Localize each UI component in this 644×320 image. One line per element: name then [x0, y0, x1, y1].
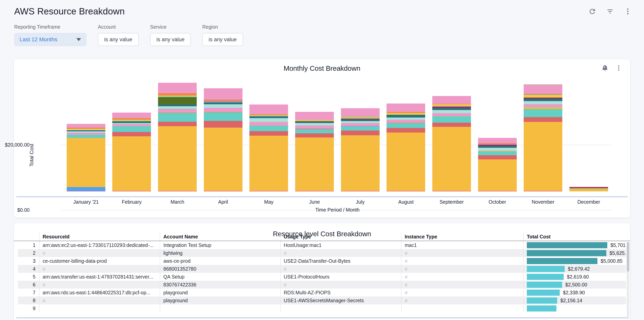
cell-total-cost[interactable]	[523, 304, 626, 312]
column-header-total-cost[interactable]: Total Cost	[523, 233, 626, 241]
bar-segment[interactable]	[204, 121, 242, 128]
bar-segment[interactable]	[295, 123, 334, 126]
cell-usage-type[interactable]: ø	[280, 265, 401, 273]
bar-segment[interactable]	[250, 191, 288, 191]
cell-usage-type[interactable]: USE1-ProtocolHours	[280, 273, 401, 281]
column-header-instance-type[interactable]: Instance Type	[401, 233, 523, 241]
cell-resource-id[interactable]: ø	[39, 249, 160, 257]
cell-row-number[interactable]: 8	[18, 296, 39, 304]
cell-row-number[interactable]: 7	[18, 288, 39, 296]
cell-total-cost[interactable]: $5,625.22	[523, 249, 626, 257]
bar-segment[interactable]	[112, 191, 151, 191]
refresh-icon[interactable]	[588, 7, 597, 16]
bar-segment[interactable]	[204, 112, 242, 121]
cell-instance-type[interactable]: ø	[401, 265, 523, 273]
bar-april[interactable]	[204, 88, 242, 191]
total-cost-bar[interactable]	[527, 242, 607, 248]
bar-segment[interactable]	[250, 122, 288, 126]
cell-resource-id[interactable]: ce-customer-billing-data-prod	[39, 257, 160, 265]
bar-segment[interactable]	[432, 127, 471, 191]
bar-segment[interactable]	[295, 191, 334, 191]
cell-resource-id[interactable]: ø	[39, 281, 160, 288]
bar-segment[interactable]	[158, 126, 197, 191]
cell-account-name[interactable]: playground	[160, 288, 280, 296]
bar-segment[interactable]	[432, 104, 471, 106]
total-cost-bar[interactable]	[527, 250, 606, 256]
table-vertical-scrollbar[interactable]	[627, 242, 630, 319]
bar-june[interactable]	[295, 112, 334, 191]
bar-segment[interactable]	[341, 126, 380, 131]
bar-segment[interactable]	[524, 101, 562, 104]
bar-segment[interactable]	[386, 191, 425, 191]
cell-row-number[interactable]: 3	[18, 257, 39, 265]
bar-segment[interactable]	[250, 105, 288, 114]
bar-segment[interactable]	[158, 106, 197, 109]
cell-instance-type[interactable]: ø	[401, 296, 523, 304]
cell-account-name[interactable]: QA Setup	[160, 273, 280, 281]
bar-segment[interactable]	[158, 104, 197, 106]
timeframe-select[interactable]: Last 12 Months	[14, 33, 86, 46]
bar-segment[interactable]	[570, 189, 608, 191]
cell-resource-id[interactable]: arn:aws:rds:us-east-1:448640225317:db:pc…	[39, 288, 160, 296]
bar-segment[interactable]	[386, 128, 425, 133]
bar-segment[interactable]	[432, 113, 471, 116]
bar-segment[interactable]	[478, 191, 517, 191]
bar-segment[interactable]	[250, 131, 288, 136]
bar-segment[interactable]	[295, 121, 334, 123]
bar-segment[interactable]	[158, 109, 197, 113]
table-row[interactable]: 7arn:aws:rds:us-east-1:448640225317:db:p…	[18, 288, 626, 296]
cell-resource-id[interactable]	[39, 304, 160, 312]
bar-segment[interactable]	[67, 138, 105, 187]
bar-segment[interactable]	[524, 99, 562, 101]
bar-segment[interactable]	[432, 117, 471, 123]
bar-segment[interactable]	[524, 122, 562, 191]
bar-segment[interactable]	[432, 96, 471, 104]
bar-segment[interactable]	[432, 110, 471, 113]
cell-row-number[interactable]: 1	[18, 241, 39, 249]
cell-account-name[interactable]: lightwing	[160, 249, 280, 257]
table-row[interactable]: 1arn:aws:ec2:us-east-1:733017110293:dedi…	[18, 241, 626, 249]
column-header-resource-id[interactable]: ResourceId	[39, 233, 160, 241]
bar-segment[interactable]	[67, 191, 105, 191]
bar-segment[interactable]	[386, 120, 425, 123]
bar-segment[interactable]	[432, 191, 471, 191]
bar-segment[interactable]	[478, 145, 517, 146]
bar-segment[interactable]	[250, 126, 288, 131]
bar-segment[interactable]	[341, 135, 380, 191]
cell-resource-id[interactable]: ø	[39, 265, 160, 273]
table-row[interactable]: 9	[18, 304, 626, 312]
bar-august[interactable]	[386, 104, 425, 191]
bar-segment[interactable]	[524, 85, 562, 94]
bar-march[interactable]	[158, 83, 197, 191]
chart-horizontal-scrollbar[interactable]	[16, 196, 628, 197]
cell-total-cost[interactable]: $5,701.99	[523, 241, 626, 249]
bar-segment[interactable]	[250, 118, 288, 122]
bar-segment[interactable]	[432, 123, 471, 127]
cell-instance-type[interactable]: ø	[401, 288, 523, 296]
bar-segment[interactable]	[341, 108, 380, 117]
bar-segment[interactable]	[112, 124, 151, 126]
bar-july[interactable]	[341, 108, 380, 191]
bar-segment[interactable]	[158, 83, 197, 93]
bar-segment[interactable]	[67, 133, 105, 135]
total-cost-bar[interactable]	[527, 289, 560, 296]
cell-account-name[interactable]: 830767422336	[160, 281, 280, 288]
table-horizontal-scrollbar[interactable]	[16, 317, 628, 318]
bar-segment[interactable]	[295, 137, 334, 191]
table-row[interactable]: 5arn:aws:transfer:us-east-1:479370281431…	[18, 273, 626, 281]
cell-instance-type[interactable]: mac1	[401, 241, 523, 249]
cell-row-number[interactable]: 4	[18, 265, 39, 273]
bar-november[interactable]	[524, 84, 562, 191]
cell-total-cost[interactable]: $5,000.85	[523, 257, 626, 265]
bar-segment[interactable]	[250, 136, 288, 191]
table-row[interactable]: 6ø830767422336øø$2,500.00	[18, 281, 626, 288]
bar-segment[interactable]	[158, 97, 197, 104]
bar-september[interactable]	[432, 96, 471, 191]
cell-instance-type[interactable]	[401, 304, 523, 312]
scrollbar-thumb[interactable]	[627, 242, 630, 272]
cell-resource-id[interactable]: arn:aws:transfer:us-east-1:479370281431:…	[39, 273, 160, 281]
cell-account-name[interactable]	[160, 304, 280, 312]
cell-account-name[interactable]: 868001352780	[160, 265, 280, 273]
column-header-account-name[interactable]: Account Name	[160, 233, 280, 241]
bar-segment[interactable]	[158, 122, 197, 126]
